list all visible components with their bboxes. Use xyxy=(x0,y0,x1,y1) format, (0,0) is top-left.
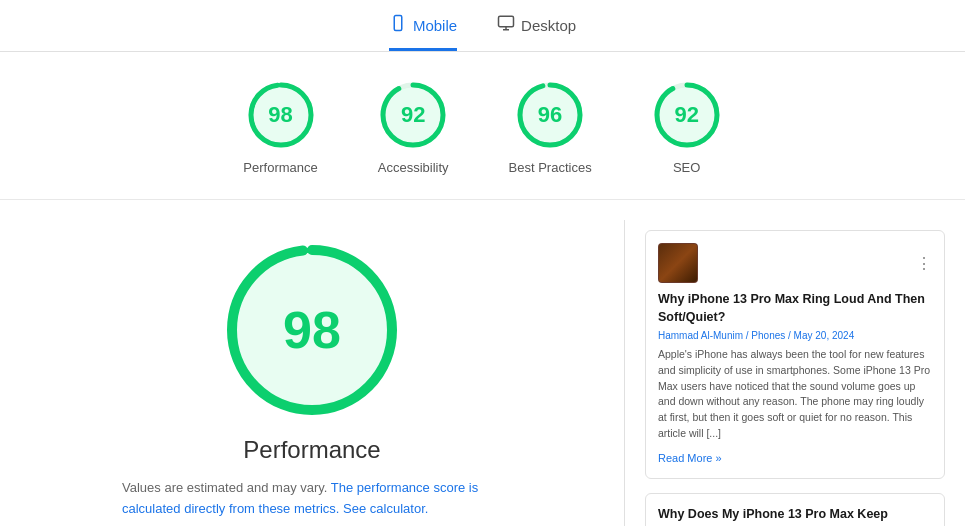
circle-accessibility: 92 xyxy=(378,80,448,150)
score-accessibility: 92 Accessibility xyxy=(378,80,449,175)
tab-mobile[interactable]: Mobile xyxy=(389,14,457,51)
blog-card-2-title: Why Does My iPhone 13 Pro Max Keep Vibra… xyxy=(658,506,932,527)
big-score-label: Performance xyxy=(243,436,380,464)
blog-thumb-image xyxy=(659,244,697,282)
tab-desktop[interactable]: Desktop xyxy=(497,14,576,51)
big-score-value: 98 xyxy=(283,300,341,360)
calculator-link[interactable]: See calculator. xyxy=(343,501,428,516)
score-performance-value: 98 xyxy=(268,102,292,128)
right-panel: ⋮ Why iPhone 13 Pro Max Ring Loud And Th… xyxy=(625,220,965,526)
circle-seo: 92 xyxy=(652,80,722,150)
blog-card-1-meta: Hammad Al-Munim / Phones / May 20, 2024 xyxy=(658,330,932,341)
score-performance-label: Performance xyxy=(243,160,317,175)
score-accessibility-value: 92 xyxy=(401,102,425,128)
blog-card-1-thumb xyxy=(658,243,698,283)
tab-bar: Mobile Desktop xyxy=(0,0,965,52)
big-circle: 98 xyxy=(222,240,402,420)
score-best-practices-value: 96 xyxy=(538,102,562,128)
description-text: Values are estimated and may vary. The p… xyxy=(122,478,502,520)
blog-card-1-title: Why iPhone 13 Pro Max Ring Loud And Then… xyxy=(658,291,932,326)
blog-card-1-menu[interactable]: ⋮ xyxy=(916,254,932,273)
desktop-icon xyxy=(497,14,515,36)
score-performance: 98 Performance xyxy=(243,80,317,175)
main-content: 98 Performance Values are estimated and … xyxy=(0,200,965,526)
blog-card-1-header: ⋮ xyxy=(658,243,932,283)
blog-card-2: Why Does My iPhone 13 Pro Max Keep Vibra… xyxy=(645,493,945,527)
score-best-practices: 96 Best Practices xyxy=(509,80,592,175)
blog-card-1: ⋮ Why iPhone 13 Pro Max Ring Loud And Th… xyxy=(645,230,945,479)
score-seo: 92 SEO xyxy=(652,80,722,175)
tab-mobile-label: Mobile xyxy=(413,17,457,34)
svg-rect-0 xyxy=(394,16,402,31)
circle-performance: 98 xyxy=(246,80,316,150)
mobile-icon xyxy=(389,14,407,36)
score-seo-label: SEO xyxy=(673,160,700,175)
circle-best-practices: 96 xyxy=(515,80,585,150)
desc-static: Values are estimated and may vary. xyxy=(122,480,331,495)
blog-card-1-excerpt: Apple's iPhone has always been the tool … xyxy=(658,347,932,442)
score-best-practices-label: Best Practices xyxy=(509,160,592,175)
scores-row: 98 Performance 92 Accessibility 96 Best … xyxy=(0,52,965,200)
blog-card-1-readmore[interactable]: Read More » xyxy=(658,452,722,464)
left-panel: 98 Performance Values are estimated and … xyxy=(0,220,625,526)
tab-desktop-label: Desktop xyxy=(521,17,576,34)
score-seo-value: 92 xyxy=(674,102,698,128)
score-accessibility-label: Accessibility xyxy=(378,160,449,175)
svg-rect-2 xyxy=(499,16,514,27)
